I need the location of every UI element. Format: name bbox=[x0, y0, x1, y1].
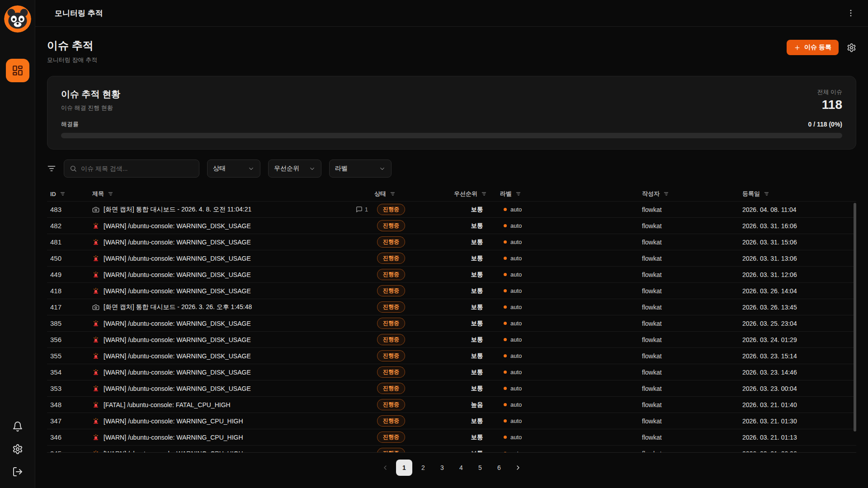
chevron-down-icon bbox=[379, 165, 386, 172]
sort-icon[interactable] bbox=[60, 191, 66, 197]
issue-table-row[interactable]: 450 [WARN] /ubuntu-console: WARNING_DISK… bbox=[47, 250, 856, 266]
table-scrollbar[interactable] bbox=[854, 203, 856, 451]
stats-subtitle: 이슈 해결 진행 현황 bbox=[61, 104, 120, 112]
issue-table-row[interactable]: 418 [WARN] /ubuntu-console: WARNING_DISK… bbox=[47, 282, 856, 299]
row-label: auto bbox=[510, 255, 522, 262]
notifications-button[interactable] bbox=[12, 421, 23, 432]
row-title-cell[interactable]: [WARN] /ubuntu-console: WARNING_DISK_USA… bbox=[92, 336, 374, 343]
sort-icon[interactable] bbox=[764, 191, 770, 197]
row-label-cell: auto bbox=[500, 222, 642, 229]
status-filter-dropdown[interactable]: 상태 bbox=[207, 160, 260, 178]
sidebar-item-dashboard[interactable] bbox=[6, 59, 29, 82]
row-title-cell[interactable]: [WARN] /ubuntu-console: WARNING_DISK_USA… bbox=[92, 239, 374, 246]
row-title-cell[interactable]: [WARN] /ubuntu-console: WARNING_DISK_USA… bbox=[92, 352, 374, 360]
pagination-next-button[interactable] bbox=[510, 460, 526, 476]
row-title-cell[interactable]: [화면 캡처] 통합 대시보드 - 2026. 3. 26. 오후 1:45:4… bbox=[92, 303, 374, 311]
label-dot-icon bbox=[504, 452, 507, 453]
table-column-header[interactable]: ID bbox=[47, 191, 92, 197]
row-title-cell[interactable]: [WARN] /ubuntu-console: WARNING_DISK_USA… bbox=[92, 222, 374, 230]
row-title-cell[interactable]: [WARN] /ubuntu-console: WARNING_DISK_USA… bbox=[92, 320, 374, 327]
pagination-pages: 123456 bbox=[396, 460, 507, 476]
plus-icon bbox=[794, 44, 801, 51]
sort-icon[interactable] bbox=[515, 191, 522, 197]
row-title-cell[interactable]: [FATAL] /ubuntu-console: FATAL_CPU_HIGH bbox=[92, 401, 374, 408]
status-badge: 진행중 bbox=[377, 432, 405, 443]
priority-filter-value: 우선순위 bbox=[274, 164, 299, 173]
row-title-cell[interactable]: [WARN] /ubuntu-console: WARNING_CPU_HIGH bbox=[92, 450, 374, 453]
topbar-menu-button[interactable] bbox=[846, 9, 855, 18]
issue-search-input[interactable] bbox=[81, 165, 193, 172]
logout-button[interactable] bbox=[12, 466, 23, 477]
siren-icon bbox=[92, 369, 99, 376]
page-button-2[interactable]: 2 bbox=[415, 460, 431, 476]
label-filter-dropdown[interactable]: 라벨 bbox=[329, 160, 392, 178]
row-title-cell[interactable]: [WARN] /ubuntu-console: WARNING_DISK_USA… bbox=[92, 287, 374, 295]
issue-table-row[interactable]: 449 [WARN] /ubuntu-console: WARNING_DISK… bbox=[47, 266, 856, 282]
row-date: 2026. 03. 26. 13:45 bbox=[742, 304, 856, 311]
issue-table-row[interactable]: 482 [WARN] /ubuntu-console: WARNING_DISK… bbox=[47, 217, 856, 234]
row-priority: 보통 bbox=[454, 319, 500, 328]
page-button-3[interactable]: 3 bbox=[434, 460, 450, 476]
page-button-4[interactable]: 4 bbox=[453, 460, 469, 476]
issue-table-row[interactable]: 483 [화면 캡처] 통합 대시보드 - 2026. 4. 8. 오전 11:… bbox=[47, 201, 856, 217]
sort-icon[interactable] bbox=[108, 191, 114, 197]
issue-table-row[interactable]: 355 [WARN] /ubuntu-console: WARNING_DISK… bbox=[47, 347, 856, 364]
filter-toggle-button[interactable] bbox=[47, 164, 56, 173]
issue-table-row[interactable]: 385 [WARN] /ubuntu-console: WARNING_DISK… bbox=[47, 315, 856, 331]
issue-table-row[interactable]: 348 [FATAL] /ubuntu-console: FATAL_CPU_H… bbox=[47, 396, 856, 413]
row-title-cell[interactable]: [WARN] /ubuntu-console: WARNING_CPU_HIGH bbox=[92, 418, 374, 425]
logout-icon bbox=[12, 466, 23, 477]
sort-icon[interactable] bbox=[663, 191, 670, 197]
register-issue-button[interactable]: 이슈 등록 bbox=[787, 40, 839, 55]
table-column-header[interactable]: 라벨 bbox=[500, 190, 642, 198]
issue-table-row[interactable]: 345 [WARN] /ubuntu-console: WARNING_CPU_… bbox=[47, 445, 856, 453]
status-badge: 진행중 bbox=[377, 350, 405, 361]
table-column-header[interactable]: 작성자 bbox=[642, 190, 742, 198]
table-column-header[interactable]: 제목 bbox=[92, 190, 374, 198]
status-badge: 진행중 bbox=[377, 301, 405, 313]
row-author: flowkat bbox=[642, 352, 742, 360]
label-dot-icon bbox=[504, 289, 507, 292]
row-date: 2026. 03. 31. 15:06 bbox=[742, 239, 856, 246]
issue-table-row[interactable]: 356 [WARN] /ubuntu-console: WARNING_DISK… bbox=[47, 331, 856, 347]
page-title: 이슈 추적 bbox=[47, 38, 97, 53]
issue-table-row[interactable]: 417 [화면 캡처] 통합 대시보드 - 2026. 3. 26. 오후 1:… bbox=[47, 299, 856, 315]
row-priority: 보통 bbox=[454, 417, 500, 425]
row-date: 2026. 03. 31. 13:06 bbox=[742, 255, 856, 262]
sort-icon[interactable] bbox=[390, 191, 396, 197]
settings-button[interactable] bbox=[12, 444, 23, 455]
row-title-cell[interactable]: [WARN] /ubuntu-console: WARNING_CPU_HIGH bbox=[92, 434, 374, 441]
label-dot-icon bbox=[504, 403, 507, 406]
table-column-header[interactable]: 우선순위 bbox=[454, 190, 500, 198]
row-priority: 보통 bbox=[454, 450, 500, 453]
table-column-header[interactable]: 상태 bbox=[374, 190, 454, 198]
pagination-prev-button[interactable] bbox=[377, 460, 393, 476]
issue-table-row[interactable]: 353 [WARN] /ubuntu-console: WARNING_DISK… bbox=[47, 380, 856, 396]
priority-filter-dropdown[interactable]: 우선순위 bbox=[268, 160, 321, 178]
scrollbar-thumb[interactable] bbox=[854, 203, 856, 432]
row-status-cell: 진행중 bbox=[374, 269, 454, 280]
row-title-cell[interactable]: [WARN] /ubuntu-console: WARNING_DISK_USA… bbox=[92, 255, 374, 262]
row-title-cell[interactable]: [WARN] /ubuntu-console: WARNING_DISK_USA… bbox=[92, 385, 374, 392]
page-button-5[interactable]: 5 bbox=[472, 460, 488, 476]
siren-icon bbox=[92, 401, 99, 408]
row-title-cell[interactable]: [WARN] /ubuntu-console: WARNING_DISK_USA… bbox=[92, 369, 374, 376]
row-title-cell[interactable]: [화면 캡처] 통합 대시보드 - 2026. 4. 8. 오전 11:04:2… bbox=[92, 206, 374, 214]
row-status-cell: 진행중 bbox=[374, 350, 454, 361]
app-logo[interactable] bbox=[4, 5, 31, 33]
row-author: flowkat bbox=[642, 434, 742, 441]
issue-table-row[interactable]: 354 [WARN] /ubuntu-console: WARNING_DISK… bbox=[47, 364, 856, 380]
sidebar bbox=[0, 0, 35, 488]
issue-table-row[interactable]: 346 [WARN] /ubuntu-console: WARNING_CPU_… bbox=[47, 429, 856, 445]
row-title-cell[interactable]: [WARN] /ubuntu-console: WARNING_DISK_USA… bbox=[92, 271, 374, 278]
label-dot-icon bbox=[504, 436, 507, 439]
page-settings-button[interactable] bbox=[847, 43, 856, 52]
page-button-6[interactable]: 6 bbox=[491, 460, 507, 476]
row-label: auto bbox=[510, 352, 522, 359]
table-column-header[interactable]: 등록일 bbox=[742, 190, 856, 198]
issue-table-row[interactable]: 347 [WARN] /ubuntu-console: WARNING_CPU_… bbox=[47, 413, 856, 429]
sort-icon[interactable] bbox=[481, 191, 487, 197]
issue-table-row[interactable]: 481 [WARN] /ubuntu-console: WARNING_DISK… bbox=[47, 234, 856, 250]
page-button-1[interactable]: 1 bbox=[396, 460, 412, 476]
row-status-cell: 진행중 bbox=[374, 236, 454, 248]
